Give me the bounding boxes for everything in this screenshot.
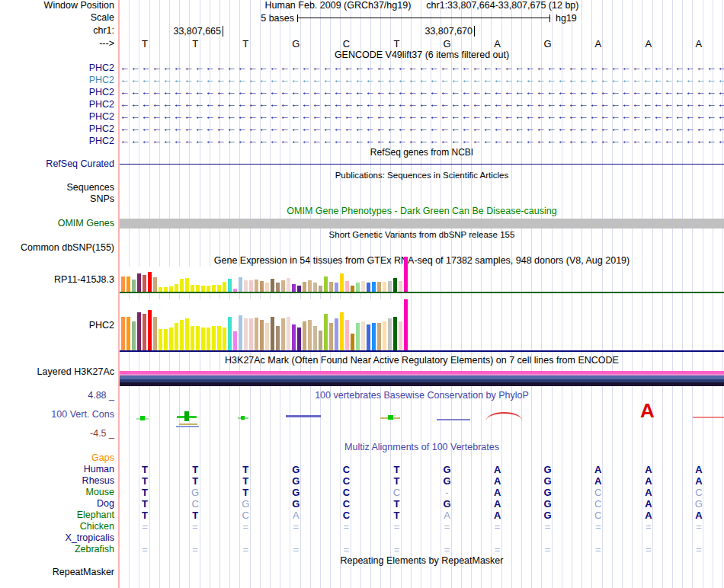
tissue-bar <box>292 284 296 292</box>
track-label-gene[interactable]: PHC2 <box>0 62 120 74</box>
alignment-base: T <box>170 475 220 487</box>
track-label-gene[interactable]: PHC2 <box>0 98 120 110</box>
tissue-bar <box>329 323 333 350</box>
alignment-base: T <box>120 498 170 510</box>
gene-exon-arrows[interactable]: ←←←←←←←←←←←←←←←←←←←←←←←←←←←←←←←←←←←←←←←←… <box>120 135 724 147</box>
conservation-title[interactable]: 100 vertebrates Basewise Conservation by… <box>120 390 724 401</box>
refseq-title[interactable]: RefSeq genes from NCBI <box>120 147 724 158</box>
tissue-bar <box>175 323 178 350</box>
base-letter: G <box>271 38 321 50</box>
track-label-gene[interactable]: PHC2 <box>0 110 120 123</box>
track-label-gene[interactable]: PHC2 <box>0 74 120 86</box>
alignment-track <box>120 452 724 464</box>
tissue-bar <box>207 286 210 292</box>
repeatmasker-title[interactable]: Repeating Elements by RepeatMasker <box>120 555 724 567</box>
common-dbsnp-row: Common dbSNP(155) <box>0 242 724 255</box>
tissue-bar <box>239 315 242 350</box>
base-letter: A <box>623 38 674 50</box>
track-label-dog[interactable]: Dog <box>0 498 120 510</box>
track-label-rhesus[interactable]: Rhesus <box>0 475 120 487</box>
tissue-bar <box>351 286 354 292</box>
h3k27ac-layered-band[interactable] <box>120 371 724 386</box>
h3k27ac-title[interactable]: H3K27Ac Mark (Often Found Near Active Re… <box>120 355 724 366</box>
tissue-bar <box>212 326 216 350</box>
track-label-gene[interactable]: PHC2 <box>0 123 120 135</box>
gene-exon-arrows[interactable]: ←←←←←←←←←←←←←←←←←←←←←←←←←←←←←←←←←←←←←←←←… <box>120 62 724 74</box>
alignment-base <box>674 452 724 464</box>
tissue-bar <box>217 285 221 292</box>
tissue-bar <box>153 277 157 292</box>
track-label-elephant[interactable]: Elephant <box>0 510 120 521</box>
tissue-bar <box>127 317 130 350</box>
conservation-mark <box>176 426 199 427</box>
alignment-base: T <box>170 510 220 521</box>
alignment-base: A <box>271 510 321 521</box>
gene-exon-arrows[interactable]: ←←←←←←←←←←←←←←←←←←←←←←←←←←←←←←←←←←←←←←←←… <box>120 98 724 110</box>
tissue-bar <box>313 283 317 292</box>
alignment-base: G <box>523 510 573 521</box>
track-label-100-vert-cons[interactable]: 100 Vert. Cons <box>0 409 114 420</box>
track-label-repeatmasker[interactable]: RepeatMasker <box>0 567 120 578</box>
refseq-gene-line[interactable] <box>120 164 724 165</box>
track-label-snps[interactable]: SNPs <box>0 193 120 206</box>
multiz-row-gaps: Gaps <box>0 452 724 464</box>
tissue-bar <box>121 276 125 292</box>
tissue-bar <box>148 272 152 292</box>
alignment-base: T <box>220 475 271 487</box>
alignment-base: C <box>573 498 623 510</box>
track-label-sequences[interactable]: Sequences <box>0 182 120 193</box>
track-label-rp11-415j8-3[interactable]: RP11-415J8.3 <box>0 274 120 285</box>
tissue-bar <box>143 314 146 350</box>
track-label-common-dbsnp[interactable]: Common dbSNP(155) <box>0 242 120 255</box>
tissue-bar <box>324 314 328 350</box>
publications-title[interactable]: Publications: Sequences in Scientific Ar… <box>120 171 724 182</box>
track-label-chicken[interactable]: Chicken <box>0 521 120 532</box>
track-label-refseq-curated[interactable]: RefSeq Curated <box>0 158 120 171</box>
strand-label[interactable]: ---> <box>0 38 120 50</box>
track-label-layered-h3k27ac[interactable]: Layered H3K27Ac <box>0 366 120 390</box>
gtex-title[interactable]: Gene Expression in 54 tissues from GTEx … <box>120 255 724 266</box>
h3k27ac-title-row: H3K27Ac Mark (Often Found Near Active Re… <box>0 355 724 366</box>
alignment-base: T <box>220 487 271 498</box>
omim-title[interactable]: OMIM Gene Phenotypes - Dark Green Can Be… <box>120 206 724 218</box>
chart-baseline <box>120 292 724 293</box>
tissue-bar <box>255 318 258 350</box>
tissue-bar <box>127 276 130 292</box>
track-label-x_tropicalis[interactable]: X_tropicalis <box>0 532 120 544</box>
omim-gene-bar[interactable] <box>120 219 724 228</box>
base-letter: A <box>473 38 523 50</box>
tissue-bar <box>340 312 344 350</box>
track-label-gaps[interactable]: Gaps <box>0 452 120 464</box>
track-label-human[interactable]: Human <box>0 464 120 475</box>
track-label-phc2-gtex[interactable]: PHC2 <box>0 320 120 331</box>
alignment-base: C <box>371 487 421 498</box>
dbsnp-title[interactable]: Short Genetic Variants from dbSNP releas… <box>120 230 724 242</box>
alignment-base: G <box>170 487 220 498</box>
track-label-gene[interactable]: PHC2 <box>0 135 120 147</box>
repeatmasker-row: RepeatMasker <box>0 567 724 578</box>
tissue-bar <box>393 278 397 292</box>
conservation-wiggle[interactable]: 100 vertebrates Basewise Conservation by… <box>120 390 724 439</box>
gene-exon-arrows[interactable]: ←←←←←←←←←←←←←←←←←←←←←←←←←←←←←←←←←←←←←←←←… <box>120 86 724 98</box>
tissue-bar <box>223 282 226 292</box>
track-label-mouse[interactable]: Mouse <box>0 487 120 498</box>
multiz-title[interactable]: Multiz Alignments of 100 Vertebrates <box>120 442 724 452</box>
alignment-track: ============ <box>120 521 724 532</box>
gtex-expression-bars-phc2[interactable] <box>120 298 724 352</box>
tissue-bar <box>255 280 258 292</box>
alignment-base: T <box>120 475 170 487</box>
base-letter: G <box>421 38 472 50</box>
base-letter: T <box>371 38 421 50</box>
gencode-title[interactable]: GENCODE V49lift37 (6 items filtered out) <box>120 50 724 62</box>
track-label-gene[interactable]: PHC2 <box>0 86 120 98</box>
conservation-arc <box>486 412 522 420</box>
tissue-bar <box>196 326 200 350</box>
gene-exon-arrows[interactable]: ←←←←←←←←←←←←←←←←←←←←←←←←←←←←←←←←←←←←←←←←… <box>120 110 724 123</box>
gene-exon-arrows[interactable]: ←←←←←←←←←←←←←←←←←←←←←←←←←←←←←←←←←←←←←←←←… <box>120 74 724 86</box>
gtex-expression-bars-rp11[interactable] <box>120 266 724 293</box>
track-label-omim-genes[interactable]: OMIM Genes <box>0 218 120 230</box>
alignment-base: = <box>523 521 573 532</box>
gene-exon-arrows[interactable]: ←←←←←←←←←←←←←←←←←←←←←←←←←←←←←←←←←←←←←←←←… <box>120 123 724 135</box>
base-letter: C <box>321 38 371 50</box>
track-label-zebrafish[interactable]: Zebrafish <box>0 544 120 555</box>
